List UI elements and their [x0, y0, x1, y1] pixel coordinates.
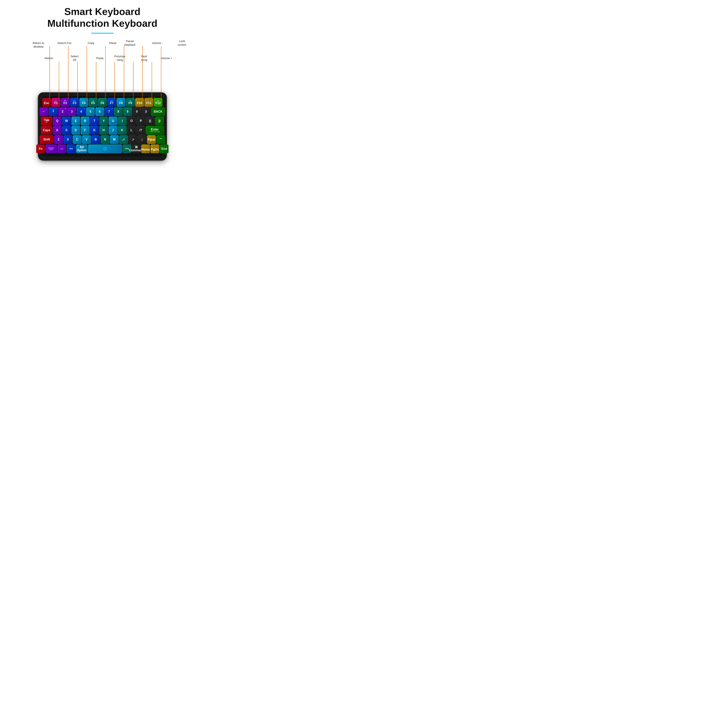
key-A-3-1[interactable]: A [53, 126, 62, 135]
key-2-1-2[interactable]: 2@ [58, 107, 67, 116]
label-next-song: Next song [135, 54, 154, 62]
key-Caps-3-0[interactable]: Caps [41, 126, 52, 135]
key-BACK-1-12[interactable]: BACK [151, 107, 165, 116]
key-4-1-4[interactable]: 4$ [77, 107, 86, 116]
key-B-4-5[interactable]: B [92, 135, 100, 144]
key-Esc-0-0[interactable]: ⌂Esc [42, 98, 51, 107]
diagram-area: ⌂Esc↩F1🔍F2ALTF3⊡F4⧉F5✂F6⏮F7⏯F8⏭F9🔇F10🔉F1… [9, 35, 195, 164]
key-V-4-4[interactable]: V [82, 135, 91, 144]
label-return-desktop: Return to desktop [29, 41, 48, 49]
key-row-2: TabBTQWERTYUIOP[{]} [43, 116, 162, 125]
key-R-2-4[interactable]: R [81, 116, 89, 125]
key-1-1-1[interactable]: 1!! [49, 107, 58, 116]
key--4-12[interactable]: "' [156, 135, 165, 144]
label-paste: Paste [90, 56, 109, 60]
key-P-2-10[interactable]: P [136, 116, 145, 125]
page-title: Smart Keyboard Multifunction Keyboard [47, 4, 158, 29]
key-Home-5-8[interactable]: ←Home [141, 144, 150, 153]
key-F9-0-9[interactable]: ⏭F9 [126, 98, 135, 107]
key-Y-2-6[interactable]: Y [99, 116, 108, 125]
key-F7-0-7[interactable]: ⏮F7 [107, 98, 116, 107]
key-F4-0-4[interactable]: ⊡F4 [80, 98, 88, 107]
label-lock-screen: Lock screen [173, 39, 191, 47]
key-C-4-3[interactable]: C [73, 135, 81, 144]
keyboard: ⌂Esc↩F1🔍F2ALTF3⊡F4⧉F5✂F6⏮F7⏯F8⏭F9🔇F10🔉F1… [38, 92, 167, 161]
key--Command-5-7[interactable]: ⌘ Command [132, 144, 141, 153]
key-3-1-3[interactable]: 3# [67, 107, 76, 116]
label-copy: Copy [81, 41, 101, 45]
key-8-1-8[interactable]: 8* [114, 107, 123, 116]
label-previous-song: Previous song [110, 54, 129, 62]
key-G-3-5[interactable]: G [90, 126, 99, 135]
key-space-5-5[interactable]: 🌐 [88, 144, 122, 153]
key-Tab-2-0[interactable]: TabBT [41, 116, 52, 125]
connector-return [59, 62, 59, 99]
key-S-3-2[interactable]: S [62, 126, 71, 135]
key-F2-0-2[interactable]: 🔍F2 [61, 98, 70, 107]
key--2-12[interactable]: ]} [155, 116, 164, 125]
key-Shift-4-0[interactable]: Shift [40, 135, 54, 144]
title-line2: Multifunction Keyboard [47, 17, 158, 29]
key-Alt-Option-5-4[interactable]: Alt Option [76, 144, 87, 153]
key--4-8[interactable]: ,< [119, 135, 128, 144]
key-M-4-7[interactable]: M [110, 135, 119, 144]
key-F12-0-12[interactable]: 🔒F12 [154, 98, 162, 107]
key-U-2-7[interactable]: U [109, 116, 117, 125]
key--4-10[interactable]: ;: [138, 135, 147, 144]
key-Enter-3-11[interactable]: EnterCTRL+ALT+DEL [146, 126, 164, 135]
key-X-4-2[interactable]: X [64, 135, 72, 144]
key-row-3: CapsASDFGHJKL/?EnterCTRL+ALT+DEL [43, 126, 162, 135]
key-I-2-8[interactable]: I [118, 116, 127, 125]
key-F5-0-5[interactable]: ⧉F5 [89, 98, 98, 107]
key-ControL-5-1[interactable]: ControLDRAG [46, 144, 57, 153]
connector-copy [87, 46, 87, 99]
connector-volume-plus [152, 62, 152, 99]
key-row-4: ShiftZXCVBNM,<.>;:Pgup"' [43, 135, 162, 144]
key-D-3-3[interactable]: D [72, 126, 80, 135]
label-shear: Shear [103, 41, 122, 45]
key--2-11[interactable]: [{ [146, 116, 154, 125]
key-K-3-8[interactable]: K [118, 126, 127, 135]
key-F3-0-3[interactable]: ALTF3 [70, 98, 79, 107]
connector-next-song [133, 62, 133, 99]
key-L-3-9[interactable]: L [127, 126, 136, 135]
key-T-2-5[interactable]: T [90, 116, 99, 125]
label-pause-playback: Pause playback [120, 39, 139, 47]
connector-lock-screen [161, 46, 161, 99]
key-Z-4-1[interactable]: Z [54, 135, 63, 144]
key-F6-0-6[interactable]: ✂F6 [98, 98, 107, 107]
key--5-3[interactable]: =+ [67, 144, 75, 153]
key-F10-0-10[interactable]: 🔇F10 [135, 98, 144, 107]
connector-paste [96, 62, 96, 99]
key-F-3-4[interactable]: F [81, 126, 89, 135]
key-F1-0-1[interactable]: ↩F1 [52, 98, 60, 107]
key-row-1: ~`~1!!2@3#4$5%6^7&8*9(0)|\BACK [43, 107, 162, 116]
key-E-2-3[interactable]: E [72, 116, 80, 125]
label-return: Return [40, 56, 58, 60]
key-O-2-9[interactable]: O [127, 116, 136, 125]
key-H-3-6[interactable]: H [99, 126, 108, 135]
key-7-1-7[interactable]: 7& [105, 107, 113, 116]
key--1-11[interactable]: |\ [142, 107, 150, 116]
key-End-5-10[interactable]: End [160, 144, 168, 153]
key-PgDn-5-9[interactable]: ↓PgDn [150, 144, 159, 153]
key-Fn-5-0[interactable]: Fn [36, 144, 45, 153]
key-9-1-9[interactable]: 9( [123, 107, 132, 116]
key-F8-0-8[interactable]: ⏯F8 [116, 98, 125, 107]
key-J-3-7[interactable]: J [109, 126, 117, 135]
key--1-0[interactable]: ~`~ [40, 107, 48, 116]
label-volume-plus: volume + [157, 56, 176, 60]
key--4-9[interactable]: .> [128, 135, 137, 144]
key-W-2-2[interactable]: W [62, 116, 71, 125]
key-5-1-5[interactable]: 5% [86, 107, 95, 116]
key-N-4-6[interactable]: N [101, 135, 109, 144]
key-row-5: FnControLDRAG—=+Alt Option🌐AltGr⌘ Comman… [43, 144, 162, 153]
key--5-2[interactable]: — [57, 144, 66, 153]
decorative-line [91, 33, 114, 34]
key-6-1-6[interactable]: 6^ [95, 107, 104, 116]
key--3-10[interactable]: /? [136, 126, 145, 135]
key-0-1-10[interactable]: 0) [133, 107, 141, 116]
key-Q-2-1[interactable]: Q [53, 116, 62, 125]
key-F11-0-11[interactable]: 🔉F11 [144, 98, 153, 107]
key-Pgup-4-11[interactable]: Pgup [147, 135, 156, 144]
